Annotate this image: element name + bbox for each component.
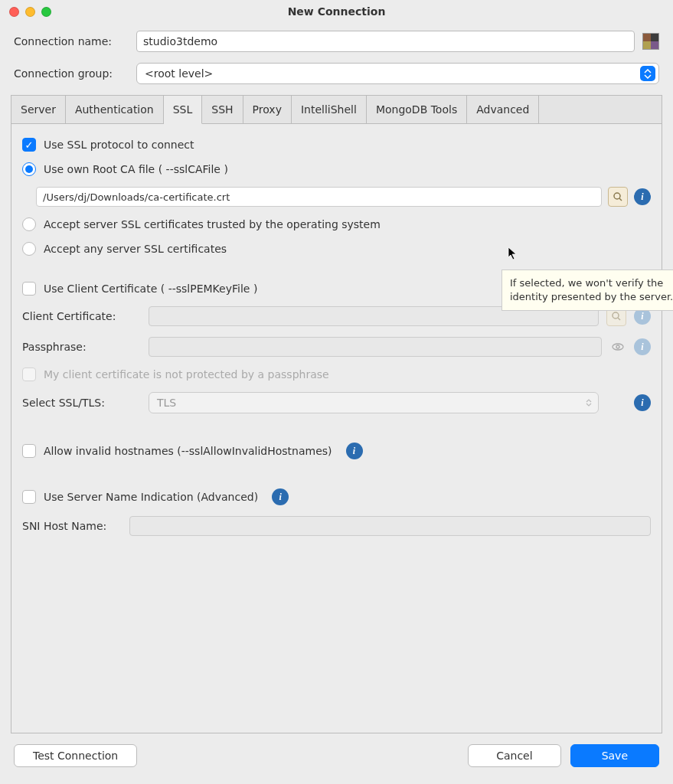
accept-any-radio[interactable] (22, 242, 36, 256)
use-ssl-label: Use SSL protocol to connect (44, 139, 194, 151)
browse-ca-button[interactable] (608, 187, 628, 207)
eye-icon (609, 338, 626, 355)
color-swatch-button[interactable] (642, 33, 659, 50)
accept-os-radio[interactable] (22, 217, 36, 231)
allow-invalid-checkbox[interactable] (22, 444, 36, 458)
tab-authentication[interactable]: Authentication (66, 96, 164, 124)
ca-file-input[interactable] (36, 187, 602, 207)
titlebar: New Connection (0, 0, 673, 23)
svg-point-2 (613, 312, 619, 318)
passphrase-label: Passphrase: (22, 341, 141, 353)
chevron-updown-icon (640, 66, 655, 81)
sni-host-label: SNI Host Name: (22, 520, 122, 532)
connection-group-label: Connection group: (14, 67, 129, 80)
footer: Test Connection Cancel Save (0, 733, 673, 784)
save-button[interactable]: Save (570, 744, 659, 767)
tab-filler (539, 96, 662, 124)
cancel-button[interactable]: Cancel (468, 744, 560, 767)
use-ssl-checkbox[interactable] (22, 138, 36, 152)
client-cert-label: Client Certificate: (22, 310, 141, 322)
select-ssl-label: Select SSL/TLS: (22, 397, 141, 409)
tab-proxy[interactable]: Proxy (243, 96, 292, 124)
connection-group-value: <root level> (145, 67, 213, 80)
info-allow-invalid-button[interactable]: i (346, 443, 363, 459)
tab-bar: Server Authentication SSL SSH Proxy Inte… (11, 95, 662, 124)
allow-invalid-label: Allow invalid hostnames (--sslAllowInval… (44, 445, 332, 457)
use-sni-label: Use Server Name Indication (Advanced) (44, 491, 258, 503)
tab-ssl[interactable]: SSL (164, 96, 203, 124)
header-section: Connection name: Connection group: <root… (0, 23, 673, 89)
tab-advanced[interactable]: Advanced (467, 96, 539, 124)
tab-intellishell[interactable]: IntelliShell (292, 96, 367, 124)
use-client-cert-checkbox[interactable] (22, 282, 36, 296)
svg-point-4 (613, 344, 623, 350)
accept-os-label: Accept server SSL certificates trusted b… (44, 218, 381, 230)
tab-mongodbtools[interactable]: MongoDB Tools (367, 96, 467, 124)
connection-name-input[interactable] (136, 31, 635, 52)
no-passphrase-label: My client certificate is not protected b… (44, 368, 329, 381)
window-title: New Connection (0, 5, 673, 18)
tab-server[interactable]: Server (11, 96, 66, 124)
folder-search-icon (613, 191, 623, 202)
test-connection-button[interactable]: Test Connection (14, 744, 137, 767)
no-passphrase-checkbox (22, 368, 36, 381)
select-ssl-value: TLS (157, 397, 176, 409)
connection-name-label: Connection name: (14, 35, 129, 47)
use-own-ca-radio[interactable] (22, 162, 36, 176)
select-ssl-dropdown: TLS (149, 392, 599, 413)
use-own-ca-label: Use own Root CA file ( --sslCAFile ) (44, 163, 228, 175)
connection-group-select[interactable]: <root level> (136, 63, 659, 84)
use-sni-checkbox[interactable] (22, 490, 36, 504)
sni-host-input (129, 516, 651, 536)
info-passphrase-button[interactable]: i (634, 338, 651, 355)
svg-point-5 (616, 345, 619, 348)
tab-ssh[interactable]: SSH (202, 96, 243, 124)
use-client-cert-label: Use Client Certificate ( --sslPEMKeyFile… (44, 283, 257, 295)
svg-line-1 (619, 198, 622, 201)
new-connection-window: New Connection Connection name: Connecti… (0, 0, 673, 784)
tooltip: If selected, we won't verify the identit… (501, 270, 673, 311)
info-ssl-version-button[interactable]: i (634, 394, 651, 411)
passphrase-input (149, 337, 602, 357)
info-ca-button[interactable]: i (634, 188, 651, 205)
svg-point-0 (614, 193, 620, 199)
chevron-updown-icon (586, 399, 592, 407)
accept-any-label: Accept any server SSL certificates (44, 243, 227, 255)
info-sni-button[interactable]: i (272, 488, 289, 505)
folder-search-icon (611, 311, 622, 322)
ssl-panel: Use SSL protocol to connect Use own Root… (11, 124, 662, 733)
svg-line-3 (618, 318, 620, 320)
